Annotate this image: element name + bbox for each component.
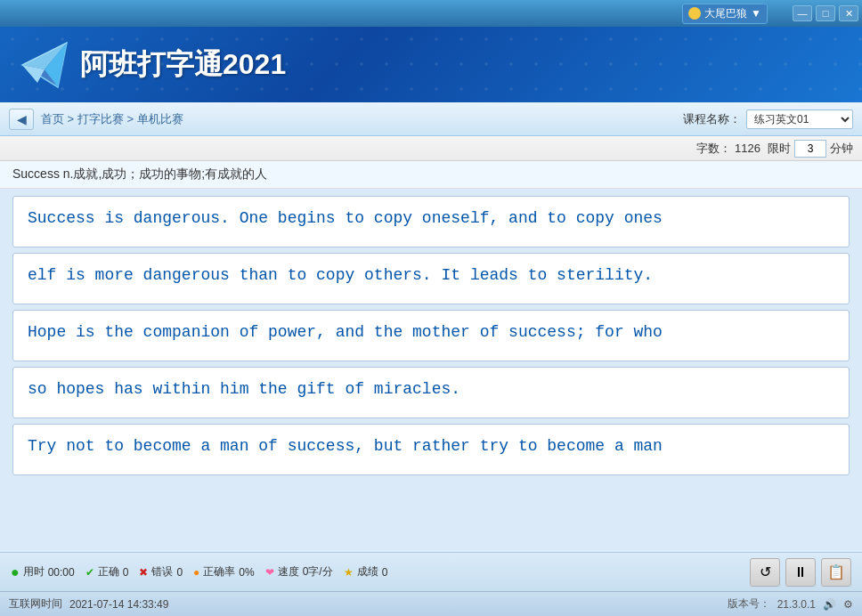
- error-icon: ✖: [139, 566, 148, 579]
- avatar-icon: [688, 7, 701, 20]
- dropdown-arrow: ▼: [751, 7, 761, 20]
- user-badge: 大尾巴狼 ▼: [682, 4, 768, 24]
- main-content: Success is dangerous. One begins to copy…: [0, 189, 862, 552]
- speed-value: 0字/分: [303, 564, 333, 580]
- app-header: 阿班打字通2021: [0, 27, 862, 102]
- restore-button[interactable]: □: [816, 5, 835, 21]
- speed-label: 速度: [278, 564, 299, 580]
- score-icon: ★: [344, 566, 354, 579]
- course-area: 课程名称： 练习英文01: [683, 109, 853, 129]
- word-count-label: 字数：: [696, 141, 731, 157]
- title-bar: 大尾巴狼 ▼ — □ ✕: [0, 0, 862, 27]
- word-count-value: 1126: [735, 142, 760, 155]
- footer: 互联网时间 2021-07-14 14:33:49 版本号： 21.3.0.1 …: [0, 591, 862, 616]
- footer-right: 版本号： 21.3.0.1 🔊 ⚙: [728, 596, 853, 612]
- score-status: ★ 成绩 0: [344, 564, 388, 580]
- version-value: 21.3.0.1: [777, 598, 816, 611]
- close-button[interactable]: ✕: [839, 5, 858, 21]
- time-limit-item: 限时 分钟: [768, 140, 853, 158]
- accuracy-value: 0%: [239, 566, 254, 579]
- logo-icon: [18, 38, 71, 92]
- accuracy-label: 正确率: [203, 564, 235, 580]
- stats-bar: 字数： 1126 限时 分钟: [0, 136, 862, 161]
- breadcrumb: 首页 > 打字比赛 > 单机比赛: [41, 111, 683, 127]
- time-limit-input[interactable]: [794, 140, 826, 158]
- error-value: 0: [176, 566, 183, 579]
- word-count-item: 字数： 1126: [696, 141, 760, 157]
- correct-label: 正确: [98, 564, 119, 580]
- text-line-3: Hope is the companion of power, and the …: [12, 310, 850, 361]
- error-label: 错误: [151, 564, 173, 580]
- logo-area: 阿班打字通2021: [18, 38, 286, 92]
- minute-label: 分钟: [830, 141, 853, 157]
- course-select[interactable]: 练习英文01: [746, 109, 853, 129]
- course-label: 课程名称：: [683, 111, 741, 127]
- text-line-2: elf is more dangerous than to copy other…: [12, 253, 850, 304]
- time-label: 用时: [23, 564, 45, 580]
- speed-icon: ❤: [265, 566, 274, 579]
- error-status: ✖ 错误 0: [139, 564, 183, 580]
- status-controls: ↺ ⏸ 📋: [750, 558, 851, 587]
- time-value: 00:00: [48, 566, 75, 579]
- footer-left: 互联网时间 2021-07-14 14:33:49: [9, 596, 168, 612]
- username-label: 大尾巴狼: [704, 6, 747, 21]
- volume-icon[interactable]: 🔊: [823, 598, 836, 611]
- accuracy-status: ● 正确率 0%: [193, 564, 255, 580]
- correct-value: 0: [123, 566, 129, 579]
- nav-bar: ◀ 首页 > 打字比赛 > 单机比赛 课程名称： 练习英文01: [0, 102, 862, 136]
- datetime-label: 2021-07-14 14:33:49: [69, 598, 168, 611]
- status-items: ● 用时 00:00 ✔ 正确 0 ✖ 错误 0 ● 正确率 0% ❤ 速度: [11, 564, 387, 580]
- time-icon: ●: [11, 564, 20, 580]
- version-label: 版本号：: [728, 596, 770, 612]
- network-label: 互联网时间: [9, 596, 62, 612]
- restart-button[interactable]: ↺: [750, 558, 780, 587]
- correct-icon: ✔: [85, 566, 94, 579]
- status-bar: ● 用时 00:00 ✔ 正确 0 ✖ 错误 0 ● 正确率 0% ❤ 速度: [0, 552, 862, 591]
- time-status: ● 用时 00:00: [11, 564, 75, 580]
- accuracy-icon: ●: [193, 566, 199, 579]
- back-button[interactable]: ◀: [9, 109, 34, 130]
- speed-status: ❤ 速度 0字/分: [265, 564, 333, 580]
- report-button[interactable]: 📋: [821, 558, 851, 587]
- app-title: 阿班打字通2021: [80, 45, 286, 85]
- pause-button[interactable]: ⏸: [785, 558, 816, 587]
- score-value: 0: [382, 566, 388, 579]
- settings-icon[interactable]: ⚙: [843, 598, 853, 611]
- text-line-1: Success is dangerous. One begins to copy…: [12, 196, 850, 247]
- minimize-button[interactable]: —: [793, 5, 812, 21]
- correct-status: ✔ 正确 0: [85, 564, 129, 580]
- word-hint: Success n.成就,成功；成功的事物;有成就的人: [0, 161, 862, 189]
- score-label: 成绩: [357, 564, 378, 580]
- text-line-5: Try not to become a man of success, but …: [12, 424, 850, 475]
- text-line-4: so hopes has within him the gift of mira…: [12, 367, 850, 418]
- time-limit-label: 限时: [768, 141, 791, 157]
